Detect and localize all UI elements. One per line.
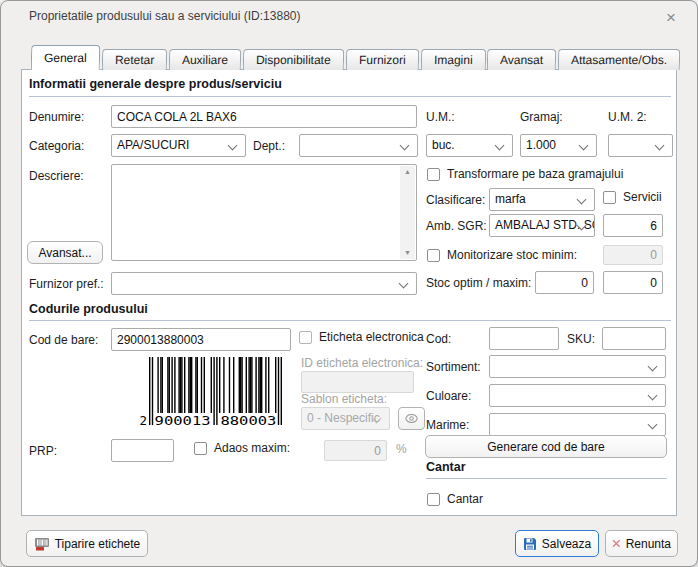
cantar-checkbox[interactable] [427, 493, 440, 506]
tab-general[interactable]: General [31, 45, 100, 70]
marime-label: Marime: [426, 418, 469, 432]
close-icon[interactable]: × [659, 7, 683, 29]
svg-text:880003: 880003 [220, 413, 276, 428]
section-header-codurile: Codurile produsului [29, 302, 148, 316]
um-select[interactable]: buc. [426, 134, 513, 157]
amb-sgr-qty-input[interactable] [603, 214, 663, 237]
monitorizare-label: Monitorizare stoc minim: [447, 248, 577, 262]
cantar-label: Cantar [447, 492, 483, 506]
section-divider [426, 478, 667, 479]
section-header-cantar: Cantar [426, 460, 466, 474]
descriere-label: Descriere: [29, 169, 84, 183]
adaos-maxim-input [324, 440, 387, 461]
salveaza-button[interactable]: Salveaza [515, 530, 599, 557]
categoria-label: Categoria: [29, 139, 84, 153]
generare-cod-de-bare-button[interactable]: Generare cod de bare [425, 435, 667, 458]
section-divider [29, 96, 671, 97]
svg-text:900013: 900013 [155, 413, 211, 428]
eticheta-electronica-checkbox[interactable] [299, 331, 312, 344]
stoc-optim-maxim-label: Stoc optim / maxim: [426, 276, 531, 290]
um-label: U.M.: [426, 110, 455, 124]
gramaj-label: Gramaj: [520, 110, 563, 124]
servicii-label: Servicii [623, 190, 662, 204]
dept-select[interactable] [299, 134, 418, 157]
denumire-input[interactable] [111, 105, 417, 128]
product-properties-dialog: Proprietatile produsului sau a serviciul… [0, 0, 698, 567]
sortiment-select[interactable] [489, 355, 666, 378]
cod-de-bare-input[interactable] [111, 328, 291, 351]
id-eticheta-input [301, 371, 414, 393]
sku-input[interactable] [602, 327, 666, 350]
barcode-image: 2900013880003 [111, 353, 291, 431]
furnizor-pref-select[interactable] [111, 272, 417, 295]
prp-label: PRP: [29, 444, 57, 458]
tab-avansat[interactable]: Avansat [487, 49, 557, 70]
amb-sgr-label: Amb. SGR: [426, 219, 487, 233]
stoc-maxim-input[interactable] [603, 271, 663, 294]
adaos-maxim-label: Adaos maxim: [214, 441, 290, 455]
tiparire-etichete-button[interactable]: Tiparire etichete [26, 530, 148, 557]
save-icon [523, 537, 537, 551]
percent-label: % [396, 442, 407, 456]
categoria-select[interactable]: APA/SUCURI [111, 134, 246, 157]
tab-imagini[interactable]: Imagini [420, 49, 485, 70]
sortiment-label: Sortiment: [426, 360, 481, 374]
tab-furnizori[interactable]: Furnizori [346, 49, 419, 70]
barcode-svg: 2900013880003 [111, 353, 291, 431]
dept-label: Dept.: [253, 139, 285, 153]
cod-input[interactable] [489, 327, 559, 350]
avansat-button[interactable]: Avansat... [27, 241, 103, 264]
cod-de-bare-label: Cod de bare: [29, 333, 98, 347]
prp-input[interactable] [111, 439, 174, 462]
cancel-x-icon [612, 537, 621, 550]
denumire-label: Denumire: [29, 110, 84, 124]
eye-icon [405, 413, 418, 424]
um2-select[interactable] [608, 134, 673, 157]
servicii-checkbox[interactable] [603, 191, 616, 204]
marime-select[interactable] [489, 413, 666, 436]
window-title: Proprietatile produsului sau a serviciul… [29, 9, 300, 23]
id-eticheta-label: ID eticheta electronica: [301, 356, 423, 370]
sablon-eticheta-label: Sablon eticheta: [301, 392, 387, 406]
descriere-scrollbar[interactable]: ▲▼ [400, 166, 415, 259]
tab-disponibilitate[interactable]: Disponibilitate [243, 49, 344, 70]
scroll-up-icon[interactable]: ▲ [404, 166, 411, 178]
tab-attasamente-obs[interactable]: Attasamente/Obs. [558, 49, 680, 70]
um2-label: U.M. 2: [608, 110, 647, 124]
monitorizare-input [603, 245, 663, 265]
gramaj-select[interactable]: 1.000 [520, 134, 597, 157]
sablon-eticheta-select: 0 - Nespecific [301, 407, 390, 430]
sku-label: SKU: [567, 332, 595, 346]
clasificare-label: Clasificare: [426, 193, 485, 207]
tab-auxiliare[interactable]: Auxiliare [169, 49, 241, 70]
tab-retetar[interactable]: Retetar [102, 49, 168, 70]
furnizor-pref-label: Furnizor pref.: [29, 277, 104, 291]
label-printer-icon [34, 537, 50, 551]
monitorizare-checkbox[interactable] [427, 249, 440, 262]
descriere-textarea[interactable]: ▲▼ [111, 164, 417, 261]
section-divider [29, 320, 671, 321]
clasificare-select[interactable]: marfa [489, 188, 595, 211]
culoare-select[interactable] [489, 384, 666, 407]
scroll-down-icon[interactable]: ▼ [404, 247, 411, 259]
renunta-button[interactable]: Renunta [605, 530, 678, 557]
svg-text:2: 2 [139, 413, 147, 428]
tab-strip: GeneralRetetarAuxiliareDisponibilitateFu… [31, 45, 682, 70]
amb-sgr-select[interactable]: AMBALAJ STD. SG [489, 214, 595, 237]
culoare-label: Culoare: [426, 389, 471, 403]
transformare-label: Transformare pe baza gramajului [447, 167, 623, 181]
preview-eye-button[interactable] [398, 407, 425, 430]
stoc-optim-input[interactable] [535, 271, 594, 294]
section-header-general-info: Informatii generale despre produs/servic… [29, 77, 282, 91]
adaos-maxim-checkbox[interactable] [194, 442, 207, 455]
cod-label: Cod: [426, 332, 451, 346]
transformare-checkbox[interactable] [427, 168, 440, 181]
eticheta-electronica-label: Eticheta electronica [319, 330, 424, 344]
